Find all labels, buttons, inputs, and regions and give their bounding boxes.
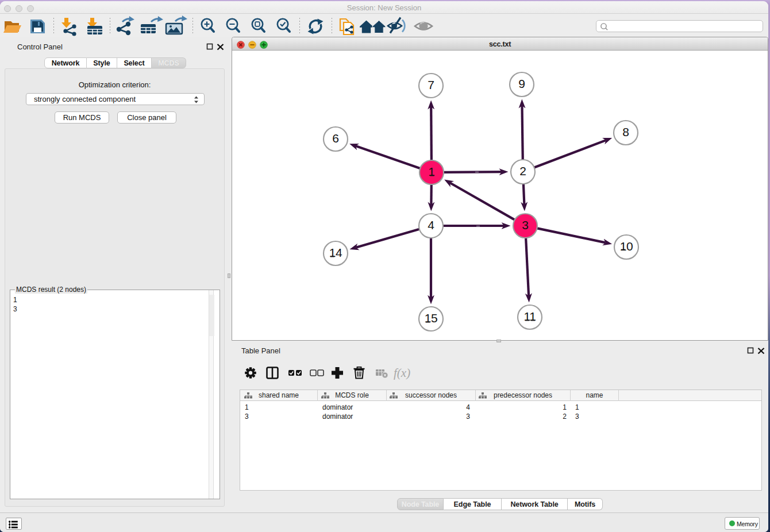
svg-text:15: 15 <box>425 311 437 325</box>
svg-text:11: 11 <box>524 310 536 323</box>
svg-text:14: 14 <box>329 246 342 259</box>
svg-text:2: 2 <box>519 164 526 178</box>
svg-text:4: 4 <box>428 218 434 232</box>
svg-text:6: 6 <box>332 132 339 145</box>
svg-text:10: 10 <box>620 240 633 253</box>
svg-text:8: 8 <box>622 125 629 138</box>
svg-text:1: 1 <box>428 165 435 178</box>
svg-text:9: 9 <box>518 77 525 90</box>
svg-text:7: 7 <box>428 78 434 91</box>
svg-text:f(x): f(x) <box>394 366 410 380</box>
svg-text:3: 3 <box>522 218 529 232</box>
